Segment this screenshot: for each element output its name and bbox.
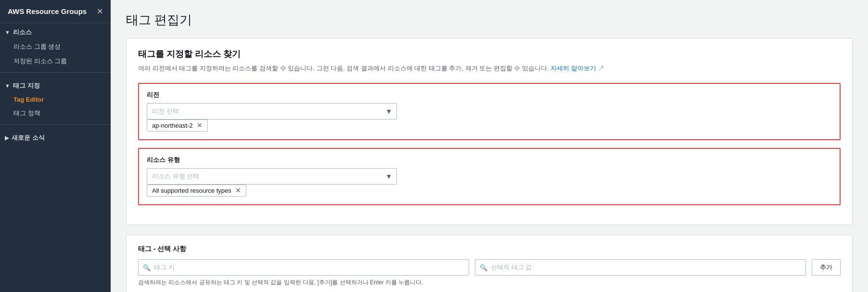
tag-hint: 검색하려는 리소스에서 공유하는 태그 키 및 선택적 값을 입력한 다음, [… — [138, 279, 841, 287]
sidebar-section-label-news: 새로운 소식 — [12, 133, 45, 142]
close-icon[interactable]: ✕ — [97, 7, 103, 16]
sidebar-item-saved-groups[interactable]: 저장된 리소스 그룹 — [0, 54, 111, 68]
tag-key-search-icon: 🔍 — [143, 264, 151, 271]
sidebar-section-header-resources[interactable]: ▼ 리소스 — [0, 23, 111, 40]
arrow-icon-news: ▶ — [5, 135, 9, 141]
sidebar-item-tag-editor[interactable]: Tag Editor — [0, 93, 111, 106]
sidebar-section-header-tagging[interactable]: ▼ 태그 지정 — [0, 77, 111, 93]
resource-type-select-container: 리소스 유형 선택 ▼ — [147, 168, 397, 185]
region-select-container: 리전 선택 ▼ — [147, 103, 397, 119]
resource-type-select[interactable]: 리소스 유형 선택 — [147, 168, 397, 185]
learn-more-link[interactable]: 자세히 알아보기 ↗ — [550, 65, 604, 72]
tag-section-card: 태그 - 선택 사항 🔍 🔍 추가 검색하려는 리소스에서 공유하는 태그 키 … — [126, 235, 853, 292]
find-section-description: 여러 리전에서 태그를 지정하려는 리소스를 검색할 수 있습니다. 그런 다음… — [138, 64, 841, 73]
region-label: 리전 — [147, 91, 832, 99]
tag-value-wrapper: 🔍 — [475, 259, 806, 276]
sidebar-section-tagging: ▼ 태그 지정 Tag Editor 태그 정책 — [0, 77, 111, 120]
region-field-group: 리전 리전 선택 ▼ ap-northeast-2 ✕ — [138, 83, 841, 140]
page-title: 태그 편집기 — [126, 12, 853, 28]
arrow-icon-tagging: ▼ — [5, 83, 10, 89]
tag-section-label: 태그 - 선택 사항 — [138, 245, 841, 253]
sidebar-divider-1 — [0, 72, 111, 73]
sidebar-section-news: ▶ 새로운 소식 — [0, 129, 111, 145]
region-tag-remove-icon[interactable]: ✕ — [197, 122, 203, 129]
sidebar-header: AWS Resource Groups ✕ — [0, 0, 111, 23]
sidebar-item-create-group[interactable]: 리소스 그룹 생성 — [0, 40, 111, 54]
resource-type-tag-value: All supported resource types — [152, 187, 231, 194]
add-button[interactable]: 추가 — [812, 259, 841, 276]
sidebar-section-label-tagging: 태그 지정 — [13, 81, 40, 90]
resource-type-tag-remove-icon[interactable]: ✕ — [235, 187, 241, 194]
region-select[interactable]: 리전 선택 — [147, 103, 397, 119]
arrow-icon: ▼ — [5, 29, 10, 35]
sidebar-section-label-resources: 리소스 — [13, 28, 32, 37]
resource-type-field-group: 리소스 유형 리소스 유형 선택 ▼ All supported resourc… — [138, 148, 841, 205]
find-section-title: 태그를 지정할 리소스 찾기 — [138, 48, 841, 60]
tag-value-input[interactable] — [475, 259, 806, 276]
tag-value-search-icon: 🔍 — [480, 264, 487, 271]
sidebar-divider-2 — [0, 124, 111, 125]
resource-type-label: 리소스 유형 — [147, 156, 832, 164]
region-tag-value: ap-northeast-2 — [152, 122, 193, 129]
find-resources-card: 태그를 지정할 리소스 찾기 여러 리전에서 태그를 지정하려는 리소스를 검색… — [126, 38, 853, 225]
tag-input-row: 🔍 🔍 추가 — [138, 259, 841, 276]
sidebar: AWS Resource Groups ✕ ▼ 리소스 리소스 그룹 생성 저장… — [0, 0, 111, 292]
main-content: 태그 편집기 태그를 지정할 리소스 찾기 여러 리전에서 태그를 지정하려는 … — [111, 0, 868, 292]
region-tag-chip: ap-northeast-2 ✕ — [147, 119, 208, 132]
sidebar-section-header-news[interactable]: ▶ 새로운 소식 — [0, 129, 111, 145]
sidebar-item-tag-policies[interactable]: 태그 정책 — [0, 106, 111, 120]
sidebar-title: AWS Resource Groups — [8, 7, 87, 15]
sidebar-section-resources: ▼ 리소스 리소스 그룹 생성 저장된 리소스 그룹 — [0, 23, 111, 68]
resource-type-tag-chip: All supported resource types ✕ — [147, 185, 246, 197]
tag-key-wrapper: 🔍 — [138, 259, 469, 276]
tag-key-input[interactable] — [138, 259, 469, 276]
